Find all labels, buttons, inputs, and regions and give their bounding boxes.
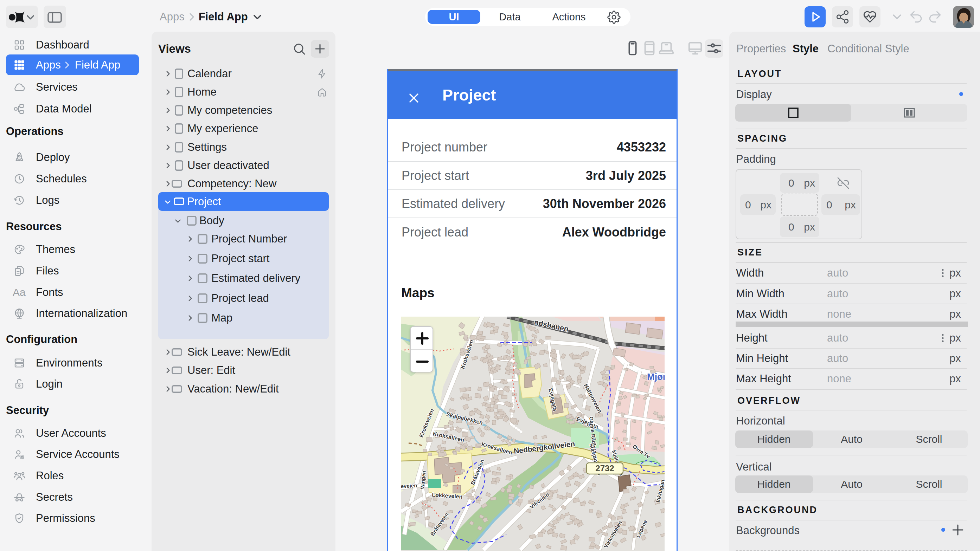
svg-text:2732: 2732: [595, 464, 614, 473]
svg-text:eveien: eveien: [401, 483, 417, 489]
svg-text:Mjør: Mjør: [647, 372, 665, 382]
